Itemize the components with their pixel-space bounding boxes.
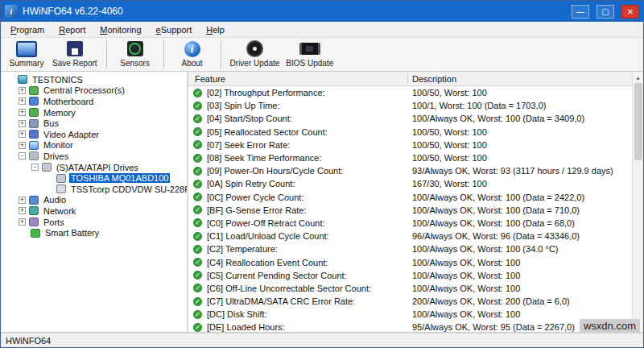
tree-item[interactable]: -Drives [1, 151, 187, 162]
smart-attribute-row[interactable]: ✓[BF] G-Sense Error Rate:100/Always OK, … [188, 204, 632, 217]
driver-update-button-label: Driver Update [230, 59, 280, 68]
smart-attribute-row[interactable]: ✓[C7] UltraDMA/SATA CRC Error Rate:200/A… [188, 295, 632, 308]
sensors-button[interactable]: Sensors [113, 38, 158, 71]
expand-plus-icon[interactable]: + [19, 97, 26, 105]
ok-check-icon: ✓ [193, 154, 202, 163]
smart-attribute-row[interactable]: ✓[DE] Loaded Hours:95/Always OK, Worst: … [188, 321, 632, 332]
menu-monitoring[interactable]: Monitoring [93, 23, 148, 36]
expand-plus-icon[interactable]: + [19, 142, 26, 149]
smart-attribute-row[interactable]: ✓[02] Throughput Performance:100/50, Wor… [188, 86, 632, 99]
minimize-button[interactable]: — [572, 5, 589, 19]
feature-description: 100/Always OK, Worst: 100 (Data = 3409,0… [412, 114, 584, 123]
expand-plus-icon[interactable]: + [19, 207, 26, 214]
smart-attribute-row[interactable]: ✓[C0] Power-Off Retract Count:100/Always… [188, 217, 632, 230]
feature-description: 100/Always OK, Worst: 100 [412, 284, 520, 293]
ports-icon [29, 218, 39, 226]
scrollbar-thumb[interactable] [634, 83, 642, 160]
feature-name: [C5] Current Pending Sector Count: [207, 271, 347, 280]
feature-description: 100/50, Worst: 100 [412, 88, 487, 97]
smart-attribute-row[interactable]: ✓[0C] Power Cycle Count:100/Always OK, W… [188, 191, 632, 204]
expand-plus-icon[interactable]: + [19, 109, 26, 116]
feature-description: 100/Always OK, Worst: 100 [412, 309, 520, 319]
maximize-button[interactable]: ▢ [597, 5, 614, 19]
expand-plus-icon[interactable]: + [19, 87, 26, 94]
bios-update-icon [299, 39, 320, 58]
close-button[interactable]: ✕ [621, 5, 639, 19]
feature-description: 100/Always OK, Worst: 100 (Data = 68,0) [412, 218, 575, 228]
drives-icon [29, 151, 39, 160]
menu-help[interactable]: Help [199, 23, 232, 36]
smart-attribute-row[interactable]: ✓[07] Seek Error Rate:100/50, Worst: 100 [188, 139, 632, 151]
feature-name: [C0] Power-Off Retract Count: [207, 218, 325, 228]
smart-attribute-row[interactable]: ✓[03] Spin Up Time:100/1, Worst: 100 (Da… [188, 99, 632, 112]
save-report-button[interactable]: Save Report [49, 38, 101, 71]
tree-item[interactable]: +Audio [1, 195, 187, 206]
memory-icon [29, 108, 39, 117]
tree-item[interactable]: -(S)ATA/ATAPI Drives [1, 162, 187, 173]
driver-update-button[interactable]: Driver Update [227, 38, 283, 71]
smart-attribute-row[interactable]: ✓[C1] Load/Unload Cycle Count:96/Always … [188, 230, 632, 242]
tree-item-label: Bus [42, 118, 60, 128]
tree-item[interactable]: +Video Adapter [1, 129, 187, 140]
tree-item[interactable]: +Monitor [1, 140, 187, 151]
tree-item[interactable]: Smart Battery [1, 227, 187, 238]
scroll-up-icon[interactable]: ▲ [633, 72, 644, 83]
tree-item[interactable]: +Central Processor(s) [1, 85, 187, 97]
tree-item-label: TSSTcorp CDDVDW SU-228FB [69, 184, 188, 194]
smart-attribute-row[interactable]: ✓[DC] Disk Shift:100/Always OK, Worst: 1… [188, 308, 632, 321]
tree-item-label: Monitor [42, 140, 75, 150]
about-button[interactable]: About [170, 38, 215, 71]
tree-item[interactable]: +Motherboard [1, 96, 187, 107]
smart-attribute-row[interactable]: ✓[C5] Current Pending Sector Count:100/A… [188, 269, 632, 282]
tree-item[interactable]: TSSTcorp CDDVDW SU-228FB [1, 184, 187, 195]
tree-item[interactable]: +Ports [1, 217, 187, 228]
app-window: i HWiNFO64 v6.22-4060 — ▢ ✕ Program Repo… [0, 0, 644, 348]
smart-attribute-row[interactable]: ✓[C6] Off-Line Uncorrectable Sector Coun… [188, 282, 632, 295]
watermark: wsxdn.com [580, 319, 640, 333]
feature-name: [C1] Load/Unload Cycle Count: [207, 231, 329, 241]
smart-attribute-row[interactable]: ✓[09] Power-On Hours/Cycle Count:93/Alwa… [188, 164, 632, 177]
bios-update-button[interactable]: BIOS Update [283, 38, 336, 71]
device-tree: TESTONICS+Central Processor(s)+Motherboa… [1, 72, 188, 332]
tree-item[interactable]: +Bus [1, 118, 187, 129]
smart-attribute-row[interactable]: ✓[04] Start/Stop Count:100/Always OK, Wo… [188, 112, 632, 125]
feature-description: 200/Always OK, Worst: 200 (Data = 6,0) [412, 296, 570, 306]
audio-icon [29, 196, 39, 205]
expand-plus-icon[interactable]: + [19, 120, 26, 127]
feature-description: 100/Always OK, Worst: 100 [412, 258, 520, 267]
menu-esupport[interactable]: eSupport [149, 23, 200, 36]
column-header-description[interactable]: Description [412, 74, 456, 84]
tree-item[interactable]: +Network [1, 205, 187, 217]
tree-item[interactable]: TOSHIBA MQ01ABD100 [1, 172, 187, 184]
ok-check-icon: ✓ [193, 180, 202, 188]
toolbar-group-separator [221, 40, 221, 68]
statusbar: HWiNFO64 [1, 333, 643, 347]
expand-plus-icon[interactable]: + [19, 218, 26, 226]
tree-item[interactable]: +Memory [1, 107, 187, 118]
column-header-feature[interactable]: Feature [188, 74, 225, 84]
collapse-minus-icon[interactable]: - [31, 164, 39, 171]
tree-item-label: TESTONICS [31, 75, 85, 85]
expand-plus-icon[interactable]: + [19, 197, 26, 204]
ok-check-icon: ✓ [193, 140, 202, 149]
feature-name: [BF] G-Sense Error Rate: [207, 205, 306, 215]
tree-item-label: TOSHIBA MQ01ABD100 [69, 173, 170, 183]
smart-attribute-row[interactable]: ✓[0A] Spin Retry Count:167/30, Worst: 10… [188, 177, 632, 190]
menu-report[interactable]: Report [52, 23, 93, 36]
ok-check-icon: ✓ [193, 127, 202, 136]
ok-check-icon: ✓ [193, 193, 202, 201]
smart-attribute-row[interactable]: ✓[C2] Temperature:100/Always OK, Worst: … [188, 242, 632, 255]
feature-name: [DC] Disk Shift: [207, 309, 267, 319]
tree-item[interactable]: TESTONICS [1, 74, 187, 85]
feature-name: [C2] Temperature: [207, 244, 278, 254]
smart-attribute-row[interactable]: ✓[08] Seek Time Performance:100/50, Wors… [188, 151, 632, 164]
menu-program[interactable]: Program [3, 23, 52, 36]
ok-check-icon: ✓ [193, 245, 202, 254]
summary-button[interactable]: Summary [4, 38, 49, 71]
expand-plus-icon[interactable]: + [19, 130, 26, 138]
smart-attribute-row[interactable]: ✓[C4] Reallocation Event Count:100/Alway… [188, 255, 632, 268]
smart-attribute-row[interactable]: ✓[05] Reallocated Sector Count:100/50, W… [188, 126, 632, 139]
vertical-scrollbar[interactable]: ▲ ▼ [632, 72, 643, 332]
collapse-minus-icon[interactable]: - [19, 152, 26, 160]
table-header[interactable]: Feature Description [188, 72, 632, 86]
